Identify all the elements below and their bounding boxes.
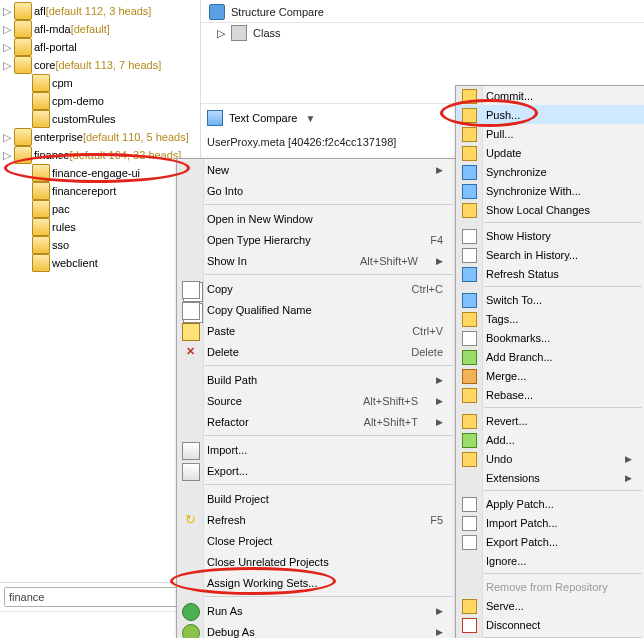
menu-item[interactable]: Close Project [177,530,455,551]
tree-item-label: finance [34,149,69,161]
menu-item[interactable]: Close Unrelated Projects [177,551,455,572]
menu-item[interactable]: Build Project [177,488,455,509]
menu-item-label: Run As [207,605,418,617]
submenu-item[interactable]: Tags... [456,309,644,328]
menu-item[interactable]: Build Path▶ [177,369,455,390]
submenu-item-label: Merge... [486,370,632,382]
tree-item[interactable]: customRules [0,110,200,128]
menu-item[interactable]: Go Into [177,180,455,201]
menu-item-label: Import... [207,444,443,456]
submenu-item-label: Pull... [486,128,632,140]
submenu-item[interactable]: Synchronize With... [456,181,644,200]
menu-item[interactable]: Debug As▶ [177,621,455,638]
submenu-item-icon [462,516,477,531]
submenu-item[interactable]: Add... [456,430,644,449]
submenu-item[interactable]: Search in History... [456,245,644,264]
submenu-item-label: Export Patch... [486,536,632,548]
submenu-item[interactable]: Export Patch... [456,532,644,551]
submenu-item[interactable]: Import Patch... [456,513,644,532]
submenu-item[interactable]: Disconnect [456,615,644,634]
tree-item[interactable]: ▷core [default 113, 7 heads] [0,56,200,74]
menu-item[interactable]: RefactorAlt+Shift+T▶ [177,411,455,432]
submenu-item-label: Remove from Repository [486,581,632,593]
tree-item[interactable]: ▷enterprise [default 110, 5 heads] [0,128,200,146]
team-submenu[interactable]: Commit...Push...Pull...UpdateSynchronize… [455,85,644,638]
submenu-item[interactable]: Serve... [456,596,644,615]
menu-item[interactable]: ↻RefreshF5 [177,509,455,530]
submenu-item[interactable]: Show History [456,226,644,245]
submenu-item[interactable]: Ignore... [456,551,644,570]
menu-item[interactable]: Open Type HierarchyF4 [177,229,455,250]
submenu-item-icon [462,184,477,199]
submenu-item[interactable]: Update [456,143,644,162]
tree-item[interactable]: rules [0,218,200,236]
tree-item[interactable]: ▷afl [default 112, 3 heads] [0,2,200,20]
expand-icon[interactable]: ▷ [0,38,14,56]
tree-item[interactable]: ▷finance [default 164, 32 heads] [0,146,200,164]
menu-item[interactable]: Export... [177,460,455,481]
submenu-item[interactable]: Push... [456,105,644,124]
submenu-item[interactable]: Refresh Status [456,264,644,283]
submenu-item[interactable]: Commit... [456,86,644,105]
tree-item[interactable]: cpm [0,74,200,92]
filter-input[interactable]: finance [4,587,198,607]
submenu-item[interactable]: Revert... [456,411,644,430]
tree-item[interactable]: pac [0,200,200,218]
menu-item[interactable]: SourceAlt+Shift+S▶ [177,390,455,411]
tree-item[interactable]: financereport [0,182,200,200]
submenu-item[interactable]: Rebase... [456,385,644,404]
context-menu[interactable]: New▶Go IntoOpen in New WindowOpen Type H… [176,158,456,638]
mi-refresh-icon: ↻ [182,512,198,528]
menu-item[interactable]: Assign Working Sets... [177,572,455,593]
project-explorer[interactable]: ▷afl [default 112, 3 heads]▷afl-mda [def… [0,0,201,588]
tree-item-label: finance-engage-ui [52,167,140,179]
submenu-item-icon [462,146,477,161]
menu-item-label: Refresh [207,514,406,526]
submenu-arrow-icon: ▶ [436,396,443,406]
dropdown-arrow-icon[interactable]: ▼ [305,113,315,124]
submenu-item-icon [462,312,477,327]
menu-item-accel: Alt+Shift+S [363,395,418,407]
menu-item[interactable]: Show InAlt+Shift+W▶ [177,250,455,271]
menu-item[interactable]: Run As▶ [177,600,455,621]
expand-icon[interactable]: ▷ [0,128,14,146]
submenu-item[interactable]: Merge... [456,366,644,385]
submenu-item[interactable]: Pull... [456,124,644,143]
menu-item[interactable]: PasteCtrl+V [177,320,455,341]
tree-item[interactable]: ▷afl-portal [0,38,200,56]
folder-icon [14,20,32,38]
submenu-item[interactable]: Apply Patch... [456,494,644,513]
menu-item[interactable]: ✕DeleteDelete [177,341,455,362]
menu-separator [205,484,453,485]
submenu-item[interactable]: Show Local Changes [456,200,644,219]
expand-icon[interactable]: ▷ [0,56,14,74]
menu-item[interactable]: Open in New Window [177,208,455,229]
menu-item-accel: Alt+Shift+T [364,416,418,428]
submenu-item[interactable]: Extensions▶ [456,468,644,487]
menu-item[interactable]: Copy Qualified Name [177,299,455,320]
submenu-item-icon [462,267,477,282]
submenu-item[interactable]: Undo▶ [456,449,644,468]
expand-icon[interactable]: ▷ [0,20,14,38]
menu-item-label: New [207,164,418,176]
menu-item[interactable]: New▶ [177,159,455,180]
menu-item[interactable]: CopyCtrl+C [177,278,455,299]
tree-item[interactable]: cpm-demo [0,92,200,110]
tree-item[interactable]: finance-engage-ui [0,164,200,182]
tree-item[interactable]: ▷afl-mda [default] [0,20,200,38]
expand-icon[interactable]: ▷ [0,2,14,20]
submenu-item[interactable]: Add Branch... [456,347,644,366]
submenu-item[interactable]: Synchronize [456,162,644,181]
menu-item[interactable]: Import... [177,439,455,460]
tree-item[interactable]: webclient [0,254,200,272]
submenu-item[interactable]: Bookmarks... [456,328,644,347]
menu-item-label: Build Path [207,374,418,386]
menu-item-label: Copy [207,283,388,295]
tree-item[interactable]: sso [0,236,200,254]
expand-icon[interactable]: ▷ [0,146,14,164]
mi-import-icon [182,463,200,481]
submenu-item-label: Switch To... [486,294,632,306]
tree-item-label: enterprise [34,131,83,143]
structure-compare-item[interactable]: ▷ Class [201,23,644,47]
submenu-item[interactable]: Switch To... [456,290,644,309]
